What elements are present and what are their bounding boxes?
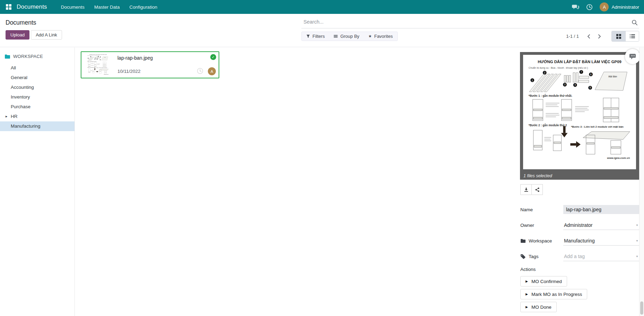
share-icon[interactable] xyxy=(531,184,543,195)
filters-label: Filters xyxy=(312,34,325,39)
owner-caret-down-icon[interactable]: ▼ xyxy=(636,224,638,227)
sidebar-item-manufacturing[interactable]: Manufacturing xyxy=(0,121,74,131)
chatter-toggle-icon[interactable] xyxy=(625,49,640,64)
user-menu[interactable]: A Administrator xyxy=(600,2,639,11)
apps-menu-icon[interactable] xyxy=(4,2,13,11)
navbar-left: Documents Documents Master Data Configur… xyxy=(4,0,162,14)
main-content: WORKSPACE All General Accounting Invento… xyxy=(0,48,644,316)
navbar-right: A Administrator xyxy=(572,2,639,11)
download-icon[interactable] xyxy=(520,184,532,195)
expand-caret-icon[interactable]: ▶ xyxy=(6,112,7,121)
selected-count-text: 1 files selected xyxy=(520,172,639,180)
tags-placeholder: Add a tag xyxy=(564,254,585,259)
page-title: Documents xyxy=(6,19,36,26)
action-mo-done-label: MO Done xyxy=(531,305,552,310)
pager-next-icon[interactable] xyxy=(594,33,605,40)
pager-previous-icon[interactable] xyxy=(584,33,594,40)
document-preview[interactable]: 1 files selected xyxy=(520,52,639,180)
selected-check-icon[interactable]: ✓ xyxy=(210,54,216,60)
workspace-header-label: WORKSPACE xyxy=(13,54,43,59)
star-icon: ★ xyxy=(368,34,372,38)
owner-label: Owner xyxy=(520,223,563,228)
folder-icon xyxy=(520,239,526,243)
sidebar-item-hr[interactable]: ▶ HR xyxy=(0,112,74,121)
tag-icon xyxy=(520,254,526,259)
action-mo-confirmed-button[interactable]: ▶ MO Confirmed xyxy=(520,276,567,287)
document-fields: Name lap-rap-ban.jpeg Owner Administrato… xyxy=(520,204,639,315)
documents-kanban: lap-rap-ban.jpeg 10/11/2022 ✓ A xyxy=(75,48,520,316)
filters-button[interactable]: Filters xyxy=(302,32,329,41)
tags-input[interactable]: Add a tag ▼ xyxy=(563,252,639,261)
workspace-select[interactable]: Manufacturing ▼ xyxy=(563,236,639,246)
upload-button[interactable]: Upload xyxy=(6,30,29,40)
document-owner-avatar: A xyxy=(208,67,216,75)
app-title[interactable]: Documents xyxy=(17,3,47,10)
activity-clock-icon[interactable] xyxy=(197,68,203,74)
owner-label-text: Owner xyxy=(520,223,534,228)
actions-title: Actions xyxy=(520,267,639,272)
sidebar-item-inventory[interactable]: Inventory xyxy=(0,92,74,102)
workspace-field-row: Workspace Manufacturing ▼ xyxy=(520,236,639,246)
workspace-header: WORKSPACE xyxy=(0,52,74,63)
search-icon[interactable] xyxy=(632,19,638,26)
filters-row: Filters Group By ★ Favorites 1-1 / 1 xyxy=(301,31,639,42)
favorites-button[interactable]: ★ Favorites xyxy=(364,32,397,41)
pager-nav xyxy=(584,33,605,40)
action-mark-mo-in-progress-label: Mark MO as In Progress xyxy=(531,292,582,297)
panel-scrollbar[interactable] xyxy=(639,48,644,316)
action-mark-mo-in-progress-button[interactable]: ▶ Mark MO as In Progress xyxy=(520,289,587,299)
nav-item-master-data[interactable]: Master Data xyxy=(89,0,125,14)
user-avatar: A xyxy=(600,2,609,11)
activities-clock-icon[interactable] xyxy=(586,4,593,10)
sidebar-item-purchase[interactable]: Purchase xyxy=(0,102,74,112)
preview-image xyxy=(523,55,636,169)
search-panel: Filters Group By ★ Favorites 1-1 / 1 xyxy=(301,17,639,42)
sidebar-item-hr-label: HR xyxy=(11,114,18,119)
filter-funnel-icon xyxy=(306,34,310,38)
workspace-caret-down-icon[interactable]: ▼ xyxy=(636,239,638,242)
sidebar-item-all[interactable]: All xyxy=(0,63,74,73)
list-view-icon[interactable] xyxy=(625,31,639,41)
group-by-label: Group By xyxy=(340,34,359,39)
pager-value[interactable]: 1-1 / 1 xyxy=(566,34,579,39)
play-icon: ▶ xyxy=(526,306,528,309)
play-icon: ▶ xyxy=(526,280,528,283)
document-thumbnail xyxy=(83,53,113,77)
action-mo-done-button[interactable]: ▶ MO Done xyxy=(520,302,557,312)
nav-item-documents[interactable]: Documents xyxy=(56,0,89,14)
search-input[interactable] xyxy=(301,17,639,27)
detail-panel: 1 files selected Name lap-rap-ban.jpeg xyxy=(520,48,644,316)
document-card[interactable]: lap-rap-ban.jpeg 10/11/2022 ✓ A xyxy=(81,51,219,78)
tags-caret-down-icon[interactable]: ▼ xyxy=(636,255,638,258)
name-field-row: Name lap-rap-ban.jpeg xyxy=(520,204,639,215)
file-toolbar xyxy=(520,184,543,195)
sidebar-item-accounting[interactable]: Accounting xyxy=(0,83,74,92)
navbar-menu: Documents Master Data Configuration xyxy=(56,0,162,14)
nav-item-configuration[interactable]: Configuration xyxy=(125,0,162,14)
workspace-label: Workspace xyxy=(520,238,563,244)
document-title: lap-rap-ban.jpeg xyxy=(117,55,153,61)
pager: 1-1 / 1 xyxy=(566,33,605,40)
top-navbar: Documents Documents Master Data Configur… xyxy=(0,0,644,14)
document-date: 10/11/2022 xyxy=(117,69,141,74)
workspace-folder-icon xyxy=(5,54,10,59)
search-bar xyxy=(301,17,639,28)
tags-label: Tags xyxy=(520,254,563,259)
group-by-button[interactable]: Group By xyxy=(329,32,364,41)
group-by-icon xyxy=(334,34,338,38)
play-icon: ▶ xyxy=(526,293,528,296)
action-mo-confirmed-label: MO Confirmed xyxy=(531,279,562,284)
filter-group: Filters Group By ★ Favorites xyxy=(301,32,398,41)
user-name: Administrator xyxy=(611,5,639,10)
sidebar-item-general[interactable]: General xyxy=(0,73,74,83)
scrollbar-thumb[interactable] xyxy=(640,301,643,315)
kanban-view-icon[interactable] xyxy=(612,31,625,41)
messages-icon[interactable] xyxy=(572,4,579,10)
name-input[interactable]: lap-rap-ban.jpeg xyxy=(563,205,639,214)
view-switcher xyxy=(611,31,639,42)
owner-value: Administrator xyxy=(564,222,592,228)
name-label-text: Name xyxy=(520,207,533,212)
add-a-link-button[interactable]: Add A Link xyxy=(31,30,62,40)
owner-select[interactable]: Administrator ▼ xyxy=(563,221,639,230)
favorites-label: Favorites xyxy=(374,34,392,39)
